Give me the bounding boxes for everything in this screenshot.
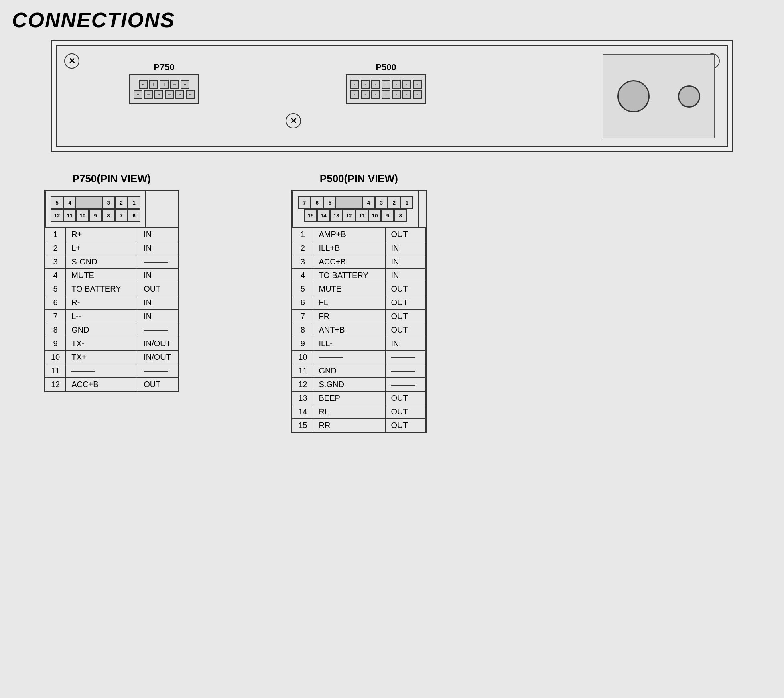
pin-name (66, 364, 138, 378)
pin-name: L-- (66, 310, 138, 323)
p500-pd-cell: 2 (388, 196, 400, 209)
p750-pd-cell: 2 (115, 196, 128, 209)
p750-pd-cell: 7 (115, 209, 128, 222)
p750-pd-cell: 9 (89, 209, 102, 222)
table-row: 10 TX+ IN/OUT (45, 351, 178, 364)
pin-dir (385, 378, 425, 392)
pin-number: 6 (45, 296, 66, 310)
pin-name: S.GND (313, 378, 385, 392)
circle-component-1 (617, 80, 650, 112)
pin-name: ILL+B (313, 241, 385, 255)
pin-name: BEEP (313, 392, 385, 405)
pin-name (313, 351, 385, 364)
p750-pin: | (160, 80, 169, 89)
pin-name: MUTE (313, 282, 385, 296)
pin-name: TO BATTERY (66, 282, 138, 296)
p500-pin: · (402, 90, 411, 99)
pin-number: 7 (45, 310, 66, 323)
p500-connection-table: 1 AMP+B OUT 2 ILL+B IN 3 ACC+B IN 4 TO B… (292, 227, 425, 432)
table-row: 4 TO BATTERY IN (292, 269, 425, 282)
x-mark-top-left: ✕ (64, 53, 79, 69)
pin-name: GND (66, 323, 138, 337)
pin-number: 6 (292, 296, 313, 310)
pin-name: L+ (66, 241, 138, 255)
p750-pd-cell: 12 (51, 209, 63, 222)
p500-pd-cell: 15 (304, 209, 317, 222)
p500-pd-cell: 12 (343, 209, 355, 222)
pin-dir: OUT (385, 282, 425, 296)
pin-name: MUTE (66, 269, 138, 282)
pin-dir (138, 323, 178, 337)
circle-component-2 (678, 85, 700, 108)
p750-pin: -- (165, 90, 174, 99)
table-row: 2 ILL+B IN (292, 241, 425, 255)
pin-number: 2 (45, 241, 66, 255)
pin-dir: IN (138, 296, 178, 310)
pin-number: 9 (45, 337, 66, 351)
table-row: 2 L+ IN (45, 241, 178, 255)
pin-number: 8 (45, 323, 66, 337)
pin-dir (138, 255, 178, 269)
p750-pin: -- (139, 80, 148, 89)
pin-number: 10 (45, 351, 66, 364)
pin-number: 11 (292, 364, 313, 378)
p500-pin: · (392, 80, 401, 89)
pin-name: ILL- (313, 337, 385, 351)
table-row: 7 L-- IN (45, 310, 178, 323)
table-row: 9 TX- IN/OUT (45, 337, 178, 351)
pin-number: 12 (292, 378, 313, 392)
p500-pd-cell: 11 (355, 209, 368, 222)
p500-pin: · (402, 80, 411, 89)
p750-connection-table: 1 R+ IN 2 L+ IN 3 S-GND 4 MUTE IN 5 TO B… (45, 227, 178, 392)
table-row: 5 TO BATTERY OUT (45, 282, 178, 296)
pin-dir: OUT (385, 228, 425, 241)
pin-dir (138, 364, 178, 378)
p500-pd-cell: 4 (362, 196, 375, 209)
pin-number: 5 (45, 282, 66, 296)
pin-dir: OUT (138, 282, 178, 296)
p750-bottom-row: 12 11 10 9 8 7 6 (51, 209, 140, 222)
pin-dir (385, 351, 425, 364)
page-title: CONNECTIONS (12, 8, 772, 32)
table-row: 15 RR OUT (292, 419, 425, 432)
pin-number: 12 (45, 378, 66, 392)
pin-dir: IN (138, 241, 178, 255)
x-mark-mid-center: ✕ (286, 113, 301, 128)
p750-pin: -- (181, 80, 189, 89)
p500-pin: · (371, 80, 380, 89)
p750-pin-diagram: 5 4 3 2 1 12 11 10 9 8 7 6 (45, 191, 146, 227)
pin-number: 3 (292, 255, 313, 269)
connector-p500: P500 · · · | · · · · · · · · · (346, 62, 426, 104)
table-row: 11 GND (292, 364, 425, 378)
p750-pin-section: P750(PIN VIEW) 5 4 3 2 1 12 11 10 9 8 7 (44, 172, 179, 433)
pin-number: 9 (292, 337, 313, 351)
table-row: 1 AMP+B OUT (292, 228, 425, 241)
pin-dir: IN (385, 269, 425, 282)
table-row: 8 ANT+B OUT (292, 323, 425, 337)
p500-pins-row2: · · · · · · · (350, 90, 422, 99)
p500-pin-outer-wrap: 7 6 5 4 3 2 1 15 14 13 12 11 10 9 (291, 190, 426, 433)
p500-pd-cell: 6 (311, 196, 323, 209)
pin-number: 1 (292, 228, 313, 241)
p500-pin: | (382, 80, 390, 89)
pin-dir: OUT (385, 419, 425, 432)
pin-dir: OUT (385, 310, 425, 323)
pin-name: AMP+B (313, 228, 385, 241)
p500-pin: · (361, 90, 370, 99)
p500-pin: · (371, 90, 380, 99)
p750-pd-cell: 4 (63, 196, 76, 209)
p500-pd-cell: 3 (375, 196, 388, 209)
pin-name: TX+ (66, 351, 138, 364)
p500-connector-box: · · · | · · · · · · · · · · (346, 74, 426, 104)
table-row: 1 R+ IN (45, 228, 178, 241)
table-row: 13 BEEP OUT (292, 392, 425, 405)
p500-pin-view-title: P500(PIN VIEW) (291, 172, 426, 185)
p750-pin: -- (186, 90, 195, 99)
p500-pd-cell: 1 (400, 196, 413, 209)
p500-pin: · (413, 80, 422, 89)
pin-number: 4 (292, 269, 313, 282)
pin-dir: OUT (385, 392, 425, 405)
pin-dir: IN (138, 228, 178, 241)
pin-dir: OUT (385, 296, 425, 310)
p750-pd-cell: 6 (128, 209, 140, 222)
